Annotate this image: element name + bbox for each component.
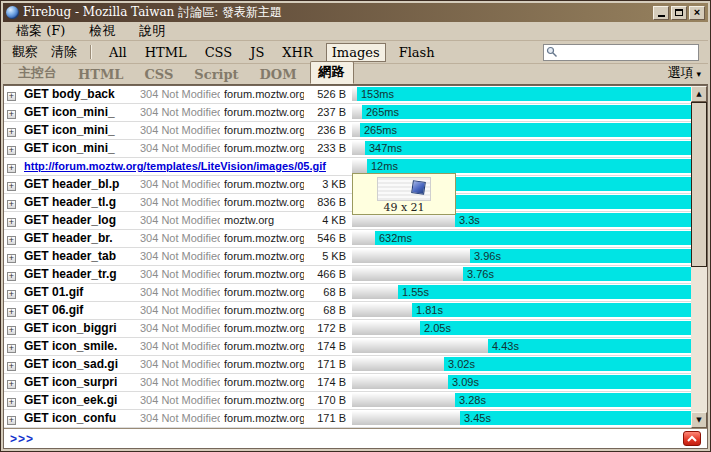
request-row[interactable]: +GET icon_mini_304 Not Modifiedforum.moz… bbox=[4, 104, 691, 122]
search-input[interactable] bbox=[560, 46, 696, 59]
timeline-wait-segment bbox=[352, 231, 375, 245]
request-url-link[interactable]: http://forum.moztw.org/templates/LiteVis… bbox=[24, 158, 354, 175]
request-name: GET icon_sad.gi bbox=[24, 356, 134, 373]
request-row[interactable]: +GET header_tab304 Not Modifiedforum.moz… bbox=[4, 248, 691, 266]
request-row[interactable]: +GET header_log304 Not Modifiedmoztw.org… bbox=[4, 212, 691, 230]
timeline-wait-segment bbox=[352, 303, 412, 317]
firebug-window: Firebug - Mozilla Taiwan 討論區: 發表新主題 × 檔案… bbox=[0, 0, 711, 452]
request-name: GET icon_mini_ bbox=[24, 122, 134, 139]
expander-icon[interactable]: + bbox=[7, 125, 23, 137]
request-size: 172 B bbox=[302, 320, 346, 337]
menu-item-file[interactable]: 檔案 (F) bbox=[16, 22, 65, 40]
request-domain: forum.moztw.org bbox=[224, 410, 304, 427]
expander-icon[interactable]: + bbox=[7, 251, 23, 263]
minimize-button[interactable] bbox=[653, 6, 669, 20]
request-time: 265ms bbox=[362, 106, 399, 118]
request-status: 304 Not Modified bbox=[140, 86, 220, 103]
tab-console[interactable]: 主控台 bbox=[10, 63, 65, 84]
close-button[interactable]: × bbox=[689, 6, 705, 20]
expander-icon[interactable]: + bbox=[7, 341, 23, 353]
search-box[interactable] bbox=[543, 44, 699, 61]
request-row[interactable]: +GET icon_surpri304 Not Modifiedforum.mo… bbox=[4, 374, 691, 392]
filter-all[interactable]: All bbox=[104, 44, 132, 61]
request-row[interactable]: +GET icon_biggri304 Not Modifiedforum.mo… bbox=[4, 320, 691, 338]
request-row[interactable]: +GET body_back304 Not Modifiedforum.mozt… bbox=[4, 86, 691, 104]
expander-icon[interactable]: + bbox=[7, 359, 23, 371]
request-row[interactable]: +GET header_br.304 Not Modifiedforum.moz… bbox=[4, 230, 691, 248]
expander-icon[interactable]: + bbox=[7, 233, 23, 245]
request-row[interactable]: +GET header_tr.g304 Not Modifiedforum.mo… bbox=[4, 266, 691, 284]
timeline-bar: 265ms bbox=[352, 105, 691, 119]
request-domain: forum.moztw.org bbox=[224, 392, 304, 409]
inspect-button[interactable]: 觀察 bbox=[12, 43, 38, 61]
timeline-fill-segment: 153ms bbox=[357, 87, 691, 101]
request-row[interactable]: +GET icon_confu304 Not Modifiedforum.moz… bbox=[4, 410, 691, 428]
request-row[interactable]: +GET header_bl.p304 Not Modifiedforum.mo… bbox=[4, 176, 691, 194]
request-status: 304 Not Modified bbox=[140, 266, 220, 283]
request-time: 3.96s bbox=[470, 250, 501, 262]
clear-button[interactable]: 清除 bbox=[51, 43, 77, 61]
expander-icon[interactable]: + bbox=[7, 197, 23, 209]
request-row[interactable]: +GET header_tl.g304 Not Modifiedforum.mo… bbox=[4, 194, 691, 212]
request-time: 265ms bbox=[360, 124, 397, 136]
command-input[interactable] bbox=[40, 431, 677, 447]
expander-icon[interactable]: + bbox=[7, 377, 23, 389]
expand-command-button[interactable] bbox=[683, 431, 701, 446]
request-status: 304 Not Modified bbox=[140, 284, 220, 301]
expander-icon[interactable]: + bbox=[7, 269, 23, 281]
timeline-bar: 1.81s bbox=[352, 303, 691, 317]
request-size: 5 KB bbox=[302, 248, 346, 265]
expander-icon[interactable]: + bbox=[7, 179, 23, 191]
filter-list: AllHTMLCSSJSXHRImagesFlash bbox=[104, 43, 440, 62]
expander-icon[interactable]: + bbox=[7, 287, 23, 299]
expander-icon[interactable]: + bbox=[7, 413, 23, 425]
request-row[interactable]: +GET icon_smile.304 Not Modifiedforum.mo… bbox=[4, 338, 691, 356]
scroll-up-button[interactable]: ▲ bbox=[691, 86, 707, 102]
filter-flash[interactable]: Flash bbox=[394, 44, 440, 61]
tab-html[interactable]: HTML bbox=[70, 66, 132, 84]
expander-icon[interactable]: + bbox=[7, 143, 23, 155]
expander-icon[interactable]: + bbox=[7, 305, 23, 317]
request-row[interactable]: +GET icon_eek.gi304 Not Modifiedforum.mo… bbox=[4, 392, 691, 410]
tab-dom[interactable]: DOM bbox=[252, 66, 305, 84]
expander-icon[interactable]: + bbox=[7, 161, 23, 173]
filter-js[interactable]: JS bbox=[245, 44, 269, 61]
expander-icon[interactable]: + bbox=[7, 395, 23, 407]
request-row[interactable]: +GET 06.gif304 Not Modifiedforum.moztw.o… bbox=[4, 302, 691, 320]
request-domain: forum.moztw.org bbox=[224, 338, 304, 355]
request-name: GET 06.gif bbox=[24, 302, 134, 319]
options-dropdown[interactable]: 選項▾ bbox=[667, 64, 701, 84]
request-time: 12ms bbox=[367, 160, 398, 172]
request-domain: forum.moztw.org bbox=[224, 230, 304, 247]
request-status: 304 Not Modified bbox=[140, 392, 220, 409]
expander-icon[interactable]: + bbox=[7, 215, 23, 227]
request-row[interactable]: +GET 01.gif304 Not Modifiedforum.moztw.o… bbox=[4, 284, 691, 302]
timeline-bar: 3.28s bbox=[352, 393, 691, 407]
request-row[interactable]: +GET icon_mini_304 Not Modifiedforum.moz… bbox=[4, 140, 691, 158]
scroll-down-button[interactable]: ▼ bbox=[691, 412, 707, 428]
tab-net[interactable]: 網路 bbox=[310, 61, 354, 84]
filter-css[interactable]: CSS bbox=[200, 44, 238, 61]
timeline-wait-segment bbox=[352, 285, 398, 299]
expander-icon[interactable]: + bbox=[7, 323, 23, 335]
scrollbar-thumb[interactable] bbox=[691, 102, 707, 267]
request-row[interactable]: +GET icon_mini_304 Not Modifiedforum.moz… bbox=[4, 122, 691, 140]
close-icon: × bbox=[694, 7, 700, 18]
request-name: GET icon_confu bbox=[24, 410, 134, 427]
maximize-button[interactable] bbox=[671, 6, 687, 20]
request-row[interactable]: +GET icon_sad.gi304 Not Modifiedforum.mo… bbox=[4, 356, 691, 374]
expander-icon[interactable]: + bbox=[7, 89, 23, 101]
titlebar[interactable]: Firebug - Mozilla Taiwan 討論區: 發表新主題 × bbox=[3, 3, 708, 22]
tab-css[interactable]: CSS bbox=[137, 66, 182, 84]
expander-icon[interactable]: + bbox=[7, 107, 23, 119]
filter-xhr[interactable]: XHR bbox=[277, 44, 317, 61]
request-row-url[interactable]: +http://forum.moztw.org/templates/LiteVi… bbox=[4, 158, 691, 176]
filter-images[interactable]: Images bbox=[326, 43, 386, 62]
menu-item-help[interactable]: 說明 bbox=[139, 22, 165, 40]
timeline-wait-segment bbox=[352, 213, 455, 227]
scrollbar[interactable]: ▲ ▼ bbox=[691, 86, 707, 428]
request-time: 3.28s bbox=[455, 394, 486, 406]
menu-item-view[interactable]: 檢視 bbox=[89, 22, 115, 40]
filter-html[interactable]: HTML bbox=[140, 44, 192, 61]
tab-script[interactable]: Script bbox=[186, 66, 246, 84]
